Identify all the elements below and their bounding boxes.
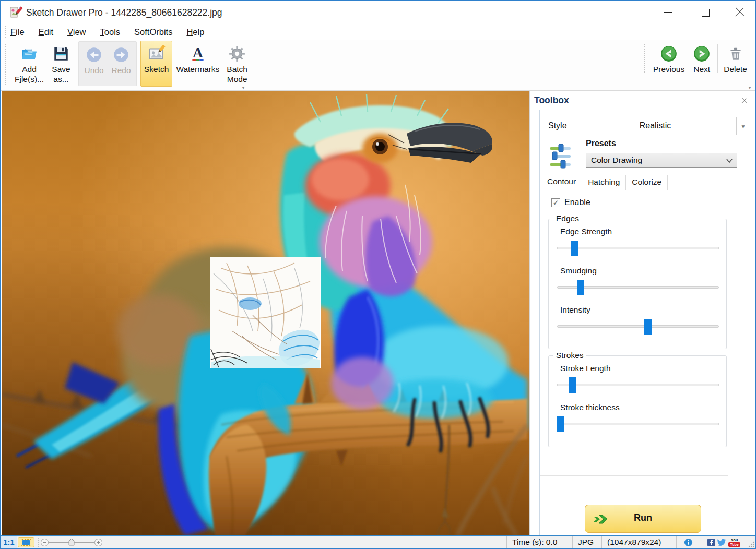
strokes-group: Strokes Stroke LengthStroke thickness — [548, 355, 727, 447]
status-bar: 1:1 Time (s): 0.0 JPG (1047x879x24) — [1, 535, 755, 548]
close-button[interactable] — [732, 4, 748, 21]
style-value[interactable]: Realistic — [582, 121, 729, 130]
toolbar-button-previous[interactable]: Previous — [649, 41, 688, 77]
enable-checkbox[interactable]: ✓ — [551, 198, 560, 207]
toolbar-label: Redo — [111, 65, 131, 75]
slider-stroke-length[interactable] — [556, 375, 720, 395]
menu-item-file[interactable]: File — [10, 27, 25, 37]
watermarks-icon: A — [189, 45, 207, 63]
slider-track[interactable] — [557, 325, 719, 328]
toolbar-label: Delete — [724, 64, 747, 74]
toolbar-button-next[interactable]: Next — [688, 41, 715, 77]
app-icon — [9, 6, 23, 19]
svg-text:A: A — [193, 45, 203, 61]
slider-label-edge-strength: Edge Strength — [560, 227, 726, 238]
toolbar-label: Previous — [653, 64, 684, 74]
redo-icon — [112, 46, 130, 64]
toolbar-button-add-files[interactable]: AddFile(s)... — [11, 41, 48, 87]
title-bar: Sketch Drawer Pro - 1442285_80661628222.… — [1, 1, 755, 24]
info-icon[interactable] — [684, 538, 693, 547]
toolbox-tabs: ContourHatchingColorize — [541, 174, 668, 190]
edges-group-title: Edges — [553, 214, 582, 223]
run-button[interactable]: Run — [585, 505, 701, 533]
slider-edge-strength[interactable] — [556, 238, 720, 258]
facebook-icon[interactable] — [707, 539, 715, 546]
actual-size-button[interactable]: 1:1 — [1, 536, 17, 548]
menu-item-view[interactable]: View — [67, 27, 86, 37]
menu-item-edit[interactable]: Edit — [39, 27, 53, 37]
slider-track[interactable] — [557, 247, 719, 249]
toolbar: AddFile(s)...Saveas...UndoRedoSketchAWat… — [1, 40, 755, 91]
toolbar-button-save-as[interactable]: Saveas... — [48, 41, 75, 87]
toolbox-panel: Toolbox Style Realistic ▼ Presets — [529, 91, 755, 535]
tab-colorize[interactable]: Colorize — [626, 175, 668, 190]
menu-item-help[interactable]: Help — [186, 27, 204, 37]
save-as-icon — [52, 45, 70, 63]
add-files-icon — [20, 45, 38, 63]
slider-track[interactable] — [557, 384, 719, 386]
toolbar-group: UndoRedo — [78, 41, 137, 86]
image-canvas[interactable] — [2, 91, 529, 535]
zoom-slider-track[interactable] — [49, 542, 95, 543]
tab-hatching[interactable]: Hatching — [582, 175, 626, 190]
toolbar-button-delete[interactable]: Delete — [720, 41, 751, 77]
maximize-button[interactable] — [694, 4, 716, 21]
presets-value: Color Drawing — [591, 156, 642, 165]
toolbar-label: Batch — [227, 64, 247, 74]
tab-contour[interactable]: Contour — [541, 174, 582, 190]
toolbar-overflow-button-right[interactable]: ▾ — [747, 85, 753, 90]
undo-icon — [85, 46, 103, 64]
toolbox-title: Toolbox — [534, 95, 569, 106]
presets-sliders-icon — [549, 142, 573, 169]
window-title: Sketch Drawer Pro - 1442285_80661628222.… — [26, 1, 222, 24]
twitter-icon[interactable] — [717, 539, 726, 546]
slider-thumb[interactable] — [569, 377, 576, 393]
toolbar-button-watermarks[interactable]: AWatermarks — [172, 41, 223, 87]
slider-thumb[interactable] — [577, 280, 584, 295]
resize-grip[interactable] — [748, 536, 755, 548]
style-row: Style Realistic ▼ — [540, 117, 750, 135]
toolbox-header: Toolbox — [530, 91, 755, 110]
next-icon — [693, 45, 711, 63]
minimize-button[interactable] — [657, 4, 679, 21]
edges-group: Edges Edge StrengthSmudgingIntensity — [548, 219, 727, 349]
toolbox-close-icon[interactable] — [740, 97, 749, 105]
slider-thumb[interactable] — [557, 416, 564, 432]
slider-label-stroke-length: Stroke Length — [560, 364, 726, 375]
slider-stroke-thickness[interactable] — [556, 414, 720, 434]
toolbar-label: Sketch — [144, 64, 169, 74]
menu-item-tools[interactable]: Tools — [100, 27, 121, 37]
enable-row: ✓ Enable — [551, 198, 590, 207]
toolbar-label: Save — [52, 64, 70, 74]
toolbar-button-batch-mode[interactable]: BatchMode — [223, 41, 251, 87]
slider-intensity[interactable] — [556, 317, 720, 337]
presets-label: Presets — [586, 139, 616, 148]
toolbar-label: Undo — [84, 65, 103, 75]
zoom-slider-thumb[interactable] — [68, 538, 75, 546]
toolbar-label: Watermarks — [176, 64, 219, 74]
toolbar-label: Add — [22, 64, 37, 74]
slider-track[interactable] — [557, 423, 719, 425]
toolbar-button-redo: Redo — [108, 42, 135, 86]
slider-smudging[interactable] — [556, 278, 720, 297]
zoom-in-button[interactable] — [95, 539, 102, 546]
style-dropdown-button[interactable]: ▼ — [736, 117, 750, 135]
slider-label-intensity: Intensity — [560, 305, 726, 317]
enable-label: Enable — [564, 198, 590, 207]
panel-divider — [540, 475, 728, 476]
fit-to-window-button[interactable] — [18, 537, 34, 547]
menu-bar: FileEditViewToolsSoftOrbitsHelp — [1, 24, 755, 40]
sketch-preview-region[interactable] — [210, 257, 321, 368]
slider-thumb[interactable] — [571, 241, 578, 256]
slider-label-smudging: Smudging — [560, 266, 726, 278]
presets-combobox[interactable]: Color Drawing — [586, 153, 737, 168]
menu-item-softorbits[interactable]: SoftOrbits — [134, 27, 172, 37]
toolbar-button-sketch[interactable]: Sketch — [140, 41, 172, 87]
toolbar-overflow-button[interactable]: ▾ — [240, 85, 246, 90]
slider-thumb[interactable] — [644, 319, 652, 335]
youtube-icon[interactable]: You Tube — [728, 538, 740, 547]
batch-mode-icon — [228, 45, 246, 63]
zoom-out-button[interactable] — [41, 539, 49, 546]
toolbar-group: AddFile(s)...Saveas... — [9, 41, 76, 87]
previous-icon — [660, 45, 678, 63]
